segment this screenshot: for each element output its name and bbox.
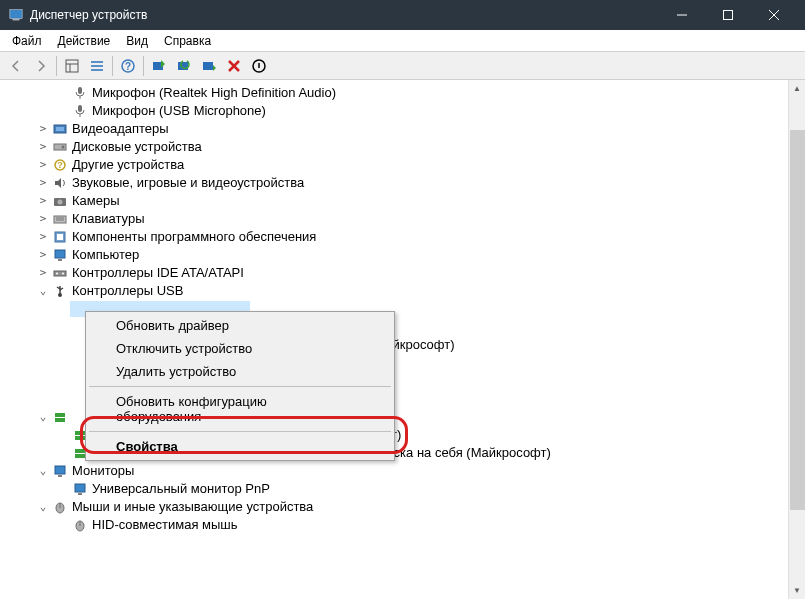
toolbar-separator [143,56,144,76]
disable-button[interactable] [247,54,271,78]
tree-item-label: Микрофон (Realtek High Definition Audio) [92,84,336,102]
forward-button[interactable] [29,54,53,78]
display-adapter-icon [52,121,68,137]
toolbar-separator [56,56,57,76]
svg-rect-22 [78,105,82,112]
scroll-thumb[interactable] [790,130,805,510]
menu-help[interactable]: Справка [156,32,219,50]
expand-icon[interactable]: > [36,264,50,282]
expand-icon[interactable]: > [36,156,50,174]
tree-item-label: Компоненты программного обеспечения [72,228,316,246]
tree-item-keyboards[interactable]: > Клавиатуры [0,210,805,228]
svg-rect-53 [78,493,82,495]
expand-icon[interactable]: > [36,120,50,138]
cm-separator [89,431,391,432]
svg-rect-3 [724,11,733,20]
microphone-icon [72,85,88,101]
tree-item-software[interactable]: > Компоненты программного обеспечения [0,228,805,246]
tree-item-label: Компьютер [72,246,139,264]
collapse-icon[interactable]: ⌄ [36,408,50,426]
software-icon [52,229,68,245]
svg-rect-46 [75,431,85,435]
tree-item-label: Микрофон (USB Microphone) [92,102,266,120]
svg-rect-38 [58,259,62,261]
svg-point-31 [58,200,63,205]
tree-item-disk[interactable]: > Дисковые устройства [0,138,805,156]
sound-icon [52,175,68,191]
tree-item-usb[interactable]: ⌄ Контроллеры USB [0,282,805,300]
tree-item-audio[interactable]: > Звуковые, игровые и видеоустройства [0,174,805,192]
tree-item-label: Звуковые, игровые и видеоустройства [72,174,304,192]
tree-item-computer[interactable]: > Компьютер [0,246,805,264]
tree-item-label: Камеры [72,192,120,210]
scroll-up-button[interactable]: ▲ [789,80,805,97]
svg-rect-37 [55,250,65,258]
cm-properties[interactable]: Свойства [88,435,392,458]
toolbar-separator [112,56,113,76]
expand-icon[interactable]: > [36,246,50,264]
tree-item-other[interactable]: > ? Другие устройства [0,156,805,174]
tree-item-label: Универсальный монитор PnP [92,480,270,498]
tree-item-ide[interactable]: > Контроллеры IDE ATA/ATAPI [0,264,805,282]
scan-button[interactable] [147,54,171,78]
tree-item-pnp-monitor[interactable]: Универсальный монитор PnP [0,480,805,498]
expand-icon[interactable]: > [36,174,50,192]
expand-icon[interactable]: > [36,138,50,156]
collapse-icon[interactable]: ⌄ [36,498,50,516]
svg-rect-45 [55,418,65,422]
close-button[interactable] [751,0,797,30]
tree-item-mic1[interactable]: Микрофон (Realtek High Definition Audio) [0,84,805,102]
svg-rect-51 [58,475,62,477]
cm-update-driver[interactable]: Обновить драйвер [88,314,392,337]
view-button[interactable] [60,54,84,78]
maximize-button[interactable] [705,0,751,30]
device-tree[interactable]: Микрофон (Realtek High Definition Audio)… [0,80,805,538]
cm-scan-hardware[interactable]: Обновить конфигурацию оборудования [88,390,392,428]
tree-item-cameras[interactable]: > Камеры [0,192,805,210]
menu-view[interactable]: Вид [118,32,156,50]
svg-rect-36 [57,234,63,240]
tree-item-hid-mouse[interactable]: HID-совместимая мышь [0,516,805,534]
expand-icon[interactable]: > [36,210,50,228]
enable-button[interactable] [197,54,221,78]
mouse-icon [52,499,68,515]
svg-point-41 [62,273,64,275]
help-button[interactable]: ? [116,54,140,78]
cm-uninstall-device[interactable]: Удалить устройство [88,360,392,383]
menu-file[interactable]: Файл [4,32,50,50]
tree-item-label: Клавиатуры [72,210,145,228]
svg-rect-16 [203,62,213,70]
svg-rect-20 [78,87,82,94]
svg-rect-9 [91,61,103,63]
tree-item-mice[interactable]: ⌄ Мыши и иные указывающие устройства [0,498,805,516]
window-controls [659,0,797,30]
expand-icon[interactable]: > [36,228,50,246]
camera-icon [52,193,68,209]
vertical-scrollbar[interactable]: ▲ ▼ [788,80,805,599]
menu-action[interactable]: Действие [50,32,119,50]
tree-item-label: Дисковые устройства [72,138,202,156]
uninstall-button[interactable] [222,54,246,78]
microphone-icon [72,103,88,119]
computer-icon [52,247,68,263]
details-button[interactable] [85,54,109,78]
svg-rect-52 [75,484,85,492]
tree-item-mic2[interactable]: Микрофон (USB Microphone) [0,102,805,120]
tree-item-video[interactable]: > Видеоадаптеры [0,120,805,138]
svg-rect-48 [75,449,85,453]
cm-disable-device[interactable]: Отключить устройство [88,337,392,360]
back-button[interactable] [4,54,28,78]
collapse-icon[interactable]: ⌄ [36,462,50,480]
svg-rect-6 [66,60,78,72]
scroll-down-button[interactable]: ▼ [789,582,805,599]
usb-controller-icon [52,283,68,299]
collapse-icon[interactable]: ⌄ [36,282,50,300]
context-menu: Обновить драйвер Отключить устройство Уд… [85,311,395,461]
tree-item-monitors[interactable]: ⌄ Мониторы [0,462,805,480]
expand-icon[interactable]: > [36,192,50,210]
svg-rect-47 [75,436,85,440]
minimize-button[interactable] [659,0,705,30]
update-driver-button[interactable] [172,54,196,78]
menubar: Файл Действие Вид Справка [0,30,805,52]
titlebar: Диспетчер устройств [0,0,805,30]
